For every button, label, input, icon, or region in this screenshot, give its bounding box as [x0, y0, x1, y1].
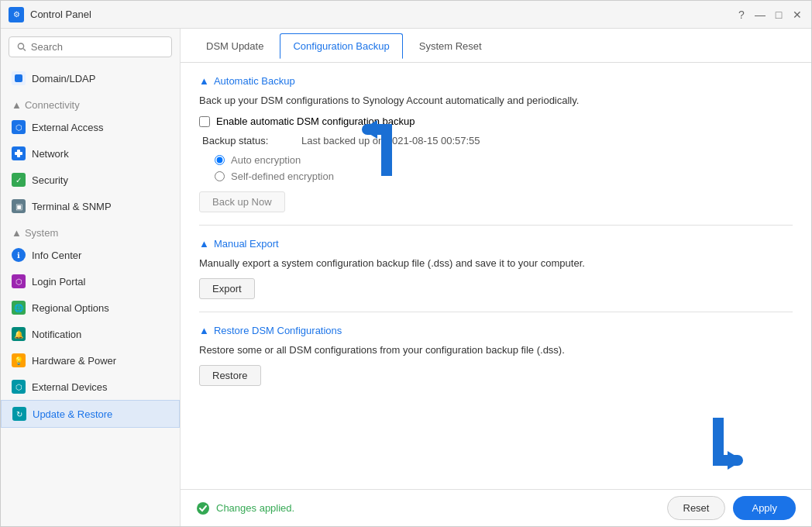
sidebar-item-external-access[interactable]: ⬡ External Access	[1, 114, 180, 140]
update-restore-icon: ↻	[12, 407, 26, 421]
sidebar-item-label: Network	[32, 148, 69, 160]
section-caret-icon3: ▲	[199, 325, 209, 336]
tab-bar: DSM Update Configuration Backup System R…	[181, 29, 811, 63]
sidebar-item-label: Regional Options	[32, 302, 109, 314]
sidebar-item-external-devices[interactable]: ⬡ External Devices	[1, 374, 180, 400]
svg-point-8	[197, 502, 209, 515]
auto-backup-header: ▲ Automatic Backup	[199, 75, 793, 87]
security-icon: ✓	[12, 173, 26, 187]
manual-export-header: ▲ Manual Export	[199, 238, 793, 250]
section-caret-icon: ▲	[199, 75, 209, 87]
sidebar-item-label: External Access	[32, 122, 104, 133]
svg-rect-4	[17, 150, 20, 157]
self-encryption-row: Self-defined encryption	[215, 170, 793, 182]
auto-backup-description: Back up your DSM configurations to Synol…	[199, 95, 793, 106]
tab-dsm-update[interactable]: DSM Update	[193, 33, 277, 59]
main-scroll-content: ▲ Automatic Backup Back up your DSM conf…	[181, 63, 811, 489]
login-portal-icon: ⬡	[12, 274, 26, 288]
sidebar-item-hardware-power[interactable]: 💡 Hardware & Power	[1, 347, 180, 374]
sidebar-item-network[interactable]: Network	[1, 140, 180, 167]
footer-status: Changes applied.	[196, 501, 294, 515]
sidebar-item-domain-ldap[interactable]: Domain/LDAP	[1, 65, 180, 91]
help-button[interactable]: ?	[735, 9, 748, 21]
sidebar-item-terminal-snmp[interactable]: ▣ Terminal & SNMP	[1, 193, 180, 219]
export-button[interactable]: Export	[199, 278, 255, 299]
terminal-icon: ▣	[12, 199, 26, 213]
sidebar-item-notification[interactable]: 🔔 Notification	[1, 321, 180, 347]
self-encryption-radio[interactable]	[215, 171, 225, 181]
svg-line-1	[23, 49, 26, 51]
enable-backup-checkbox[interactable]	[199, 116, 210, 127]
close-button[interactable]: ✕	[791, 9, 803, 21]
manual-export-title: Manual Export	[214, 238, 279, 250]
section-caret: ▲	[12, 227, 22, 239]
sidebar-item-label: External Devices	[32, 381, 108, 393]
sidebar-item-label: Domain/LDAP	[32, 73, 95, 84]
auto-backup-title: Automatic Backup	[214, 75, 295, 87]
search-box[interactable]	[9, 36, 172, 57]
footer: Changes applied. Reset Apply	[181, 489, 811, 526]
tab-system-reset[interactable]: System Reset	[406, 33, 495, 59]
self-encryption-label: Self-defined encryption	[231, 170, 334, 182]
enable-backup-label: Enable automatic DSM configuration backu…	[216, 115, 415, 127]
backup-now-button[interactable]: Back up Now	[199, 191, 285, 212]
apply-button[interactable]: Apply	[733, 496, 796, 520]
svg-rect-2	[15, 74, 22, 82]
sidebar-item-update-restore[interactable]: ↻ Update & Restore	[1, 400, 180, 428]
section-caret: ▲	[12, 99, 22, 111]
restore-header: ▲ Restore DSM Configurations	[199, 325, 793, 336]
main-content-area: DSM Update Configuration Backup System R…	[181, 29, 811, 526]
search-icon	[17, 42, 26, 52]
domain-icon	[12, 71, 26, 85]
sidebar-item-label: Terminal & SNMP	[32, 201, 112, 212]
enable-backup-checkbox-row: Enable automatic DSM configuration backu…	[199, 115, 793, 127]
restore-title: Restore DSM Configurations	[214, 325, 342, 336]
sidebar-item-regional-options[interactable]: 🌐 Regional Options	[1, 294, 180, 321]
notification-icon: 🔔	[12, 327, 26, 341]
backup-status-value: Last backed up on 2021-08-15 00:57:55	[301, 135, 480, 146]
check-icon	[196, 501, 210, 515]
sidebar-item-label: Hardware & Power	[32, 355, 116, 367]
sidebar-item-label: Info Center	[32, 250, 81, 261]
hardware-icon: 💡	[12, 353, 26, 367]
app-icon: ⚙	[9, 7, 24, 22]
auto-encryption-row: Auto encryption	[215, 154, 793, 166]
sidebar: Domain/LDAP ▲ Connectivity ⬡ External Ac…	[1, 29, 181, 526]
backup-status-label: Backup status:	[202, 135, 295, 146]
network-icon	[12, 146, 26, 160]
minimize-button[interactable]: —	[754, 9, 766, 21]
sidebar-item-security[interactable]: ✓ Security	[1, 167, 180, 193]
info-icon: ℹ	[12, 248, 26, 262]
manual-export-description: Manually export a system configuration b…	[199, 257, 793, 269]
maximize-button[interactable]: □	[772, 9, 785, 21]
regional-icon: 🌐	[12, 301, 26, 315]
backup-status-row: Backup status: Last backed up on 2021-08…	[199, 135, 793, 146]
sidebar-item-info-center[interactable]: ℹ Info Center	[1, 242, 180, 268]
sidebar-item-label: Login Portal	[32, 276, 85, 288]
auto-encryption-radio[interactable]	[215, 155, 225, 165]
svg-point-0	[18, 43, 23, 49]
sidebar-item-label: Notification	[32, 329, 81, 340]
status-text: Changes applied.	[216, 502, 294, 514]
reset-button[interactable]: Reset	[667, 496, 726, 520]
app-title: Control Panel	[30, 9, 91, 20]
sidebar-item-login-portal[interactable]: ⬡ Login Portal	[1, 268, 180, 294]
external-access-icon: ⬡	[12, 120, 26, 134]
section-caret-icon2: ▲	[199, 238, 209, 250]
sidebar-item-label: Security	[32, 174, 68, 186]
titlebar: ⚙ Control Panel ? — □ ✕	[1, 1, 811, 29]
restore-description: Restore some or all DSM configurations f…	[199, 344, 793, 356]
footer-buttons: Reset Apply	[667, 496, 797, 520]
external-devices-icon: ⬡	[12, 380, 26, 394]
restore-button[interactable]: Restore	[199, 365, 261, 386]
auto-encryption-label: Auto encryption	[231, 154, 301, 166]
section-system: ▲ System	[1, 219, 180, 242]
search-input[interactable]	[31, 41, 163, 53]
tab-configuration-backup[interactable]: Configuration Backup	[280, 33, 402, 59]
section-connectivity: ▲ Connectivity	[1, 91, 180, 114]
sidebar-item-label: Update & Restore	[33, 408, 112, 420]
